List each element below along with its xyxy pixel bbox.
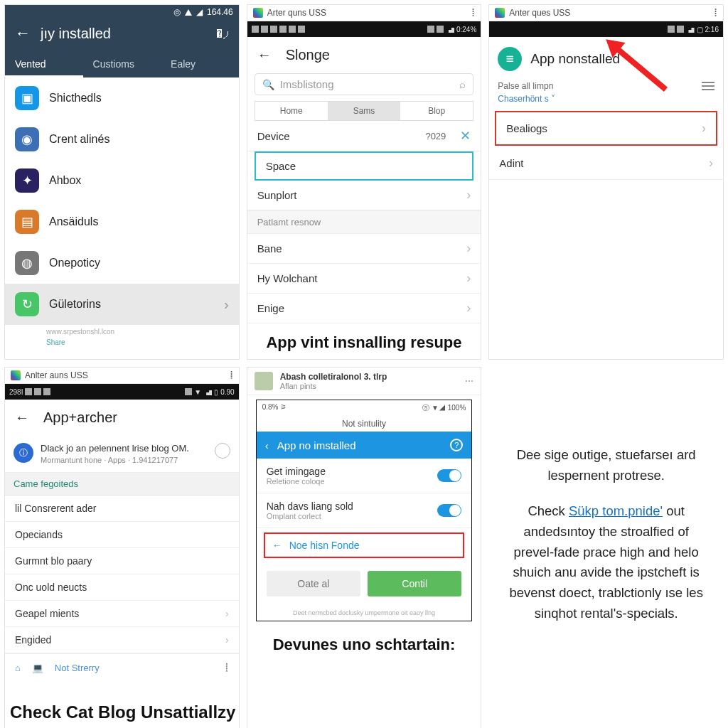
search-icon: 🔍 bbox=[262, 79, 274, 90]
list-item[interactable]: ↻Gületorins› bbox=[5, 284, 239, 325]
subtitle: Palse all Iimpn bbox=[498, 81, 553, 91]
highlighted-back[interactable]: ← Noe hisn Fonde bbox=[264, 532, 465, 558]
footer-url: www.srpestonshl.lcon bbox=[5, 325, 239, 338]
message-card[interactable]: ⓘ Dlack jo an pelennent lrise blog OM. M… bbox=[5, 436, 239, 473]
list-item[interactable]: Engided› bbox=[5, 627, 239, 653]
flag-icon bbox=[495, 8, 505, 18]
confirm-button[interactable]: Contil bbox=[368, 571, 461, 596]
page-title: jıy installed bbox=[41, 26, 206, 42]
link[interactable]: Sükp tom.pnide' bbox=[569, 503, 663, 518]
help-icon[interactable]: ? bbox=[450, 439, 463, 451]
chevron-right-icon: › bbox=[709, 156, 713, 171]
panel-installed-apps: ◎◢ 164.46 ← jıy installed �⵰ Vented Cust… bbox=[4, 4, 240, 360]
flag-icon bbox=[11, 370, 21, 380]
avatar-icon: ⓘ bbox=[14, 443, 33, 463]
cancel-button[interactable]: Oate al bbox=[267, 571, 360, 596]
tabs: Vented Custioms Ealey bbox=[5, 53, 239, 77]
panel-text: Dee sige outige, stuefarseı ard lesperne… bbox=[488, 367, 724, 728]
section-header: Came fegoiteds bbox=[5, 473, 239, 496]
back-icon[interactable]: ← bbox=[15, 410, 29, 426]
list-item[interactable]: Bane› bbox=[247, 234, 481, 264]
list-item[interactable]: Device?029✕ bbox=[247, 121, 481, 151]
toggle-switch[interactable] bbox=[437, 504, 461, 517]
ring-icon bbox=[215, 443, 230, 459]
toggle-switch[interactable] bbox=[437, 469, 461, 482]
tab-blop[interactable]: Blop bbox=[400, 102, 473, 120]
app-icon: ◉ bbox=[15, 127, 39, 151]
list-item[interactable]: ◉Crent alinés bbox=[5, 119, 239, 160]
section-header: Patlamt resnow bbox=[247, 210, 481, 234]
list-item[interactable]: Onc uold neucts bbox=[5, 574, 239, 601]
voice-search-icon[interactable]: ⌕ bbox=[459, 78, 466, 90]
list-item[interactable]: ▤Ansäiduls bbox=[5, 201, 239, 242]
chevron-right-icon: › bbox=[225, 608, 229, 619]
app-icon: ↻ bbox=[15, 292, 39, 316]
footer-share[interactable]: Share bbox=[5, 338, 239, 349]
header-bar: ‹ App no imstalled ? bbox=[257, 432, 472, 459]
overflow-icon[interactable]: ⋯ bbox=[465, 376, 473, 386]
tab-home[interactable]: Home bbox=[255, 102, 328, 120]
panel-caption: Devunes uno schtartain: bbox=[247, 626, 481, 658]
phone-frame: 0.8% ⚞ ⓢ ▼◢ 100% Not sintulity ‹ App no … bbox=[256, 400, 473, 621]
list-item[interactable]: Enige› bbox=[247, 294, 481, 323]
list-item[interactable]: Gurmnt blo paary bbox=[5, 548, 239, 574]
status-bar: 298I ▼▯ 0.90 bbox=[5, 384, 239, 400]
app-icon: ◍ bbox=[15, 251, 39, 275]
status-bar: ▢2:16 bbox=[489, 21, 723, 37]
mini-title: Not sintulity bbox=[257, 416, 472, 432]
list-item[interactable]: Geapel mients› bbox=[5, 601, 239, 627]
window-title: Arter quns USS ⁞ bbox=[247, 5, 481, 21]
list-item[interactable]: ◍Onepoticy bbox=[5, 242, 239, 284]
list-item[interactable]: Space bbox=[255, 151, 474, 181]
status-bar: 0.8% ⚞ ⓢ ▼◢ 100% bbox=[257, 400, 472, 416]
tab-ealey[interactable]: Ealey bbox=[161, 53, 239, 77]
overflow-icon[interactable]: ⁞ bbox=[471, 9, 475, 16]
list-item[interactable]: Opeciands bbox=[5, 522, 239, 548]
app-icon: ▣ bbox=[15, 86, 39, 110]
list-item[interactable]: Hy Wolchant› bbox=[247, 264, 481, 294]
list-item[interactable]: Bealiogs› bbox=[495, 111, 717, 146]
footer-text: Deet nermcbed doclusky umpermone oit eao… bbox=[257, 605, 472, 621]
chevron-right-icon: › bbox=[702, 121, 706, 136]
status-time: 164.46 bbox=[207, 7, 233, 17]
home-icon[interactable]: ⌂ bbox=[15, 663, 21, 673]
chevron-right-icon: › bbox=[466, 271, 471, 286]
tab-sams[interactable]: Sams bbox=[328, 102, 400, 120]
list-item[interactable]: Adint› bbox=[489, 147, 723, 180]
chevron-right-icon: › bbox=[225, 634, 229, 646]
hamburger-icon[interactable] bbox=[702, 82, 714, 90]
back-arrow-icon: ← bbox=[272, 540, 282, 551]
laptop-icon[interactable]: 💻 bbox=[32, 663, 43, 673]
window-title: Anter ques USS ⁞ bbox=[489, 5, 723, 21]
menu-icon[interactable]: �⵰ bbox=[216, 26, 229, 41]
panel-storage: Arter quns USS ⁞ 0:24% ← Slonge 🔍 Imsbli… bbox=[247, 4, 482, 360]
paragraph-2: Check Sükp tom.pnide' out andedsıntoy th… bbox=[505, 501, 707, 623]
back-icon[interactable]: ← bbox=[257, 47, 272, 63]
filter-dropdown[interactable]: Chaserhönt s ˅ bbox=[489, 94, 723, 109]
foot-label[interactable]: Not Strerry bbox=[55, 663, 100, 673]
back-icon[interactable]: ← bbox=[15, 24, 31, 43]
chevron-right-icon: › bbox=[466, 301, 471, 316]
panel-app-no-installed: Abash colletiralonol 3. tlrp Aflan pints… bbox=[247, 367, 482, 728]
list-item[interactable]: ▣Shicthedls bbox=[5, 77, 239, 119]
toggle-item[interactable]: Get imingageReletione coloqe bbox=[257, 459, 472, 493]
toggle-item[interactable]: Nah davs liang soldOmplant corlect bbox=[257, 493, 472, 528]
tab-vented[interactable]: Vented bbox=[5, 53, 83, 77]
post-header: Abash colletiralonol 3. tlrp Aflan pints… bbox=[247, 368, 481, 395]
overflow-icon[interactable]: ⁞ bbox=[714, 9, 717, 16]
tab-customs[interactable]: Custioms bbox=[83, 53, 161, 77]
app-icon: ≡ bbox=[498, 47, 522, 71]
close-icon[interactable]: ✕ bbox=[460, 128, 471, 144]
signal-icon bbox=[185, 9, 192, 16]
list-item[interactable]: Sunplort› bbox=[247, 181, 481, 210]
list-item[interactable]: lil Consrerent ader bbox=[5, 496, 239, 522]
list-item[interactable]: ✦Ahbox bbox=[5, 160, 239, 201]
page-title: Slonge bbox=[286, 47, 330, 63]
overflow-icon[interactable]: ⁞ bbox=[225, 660, 229, 675]
overflow-icon[interactable]: ⁞ bbox=[230, 372, 233, 379]
panel-caption: Check-i compatibilty bbox=[489, 350, 723, 360]
search-input[interactable]: 🔍 Imsblistong ⌕ bbox=[255, 73, 474, 95]
panel-compatibility: Anter ques USS ⁞ ▢2:16 ≡ App nonstalled … bbox=[488, 4, 724, 360]
back-icon[interactable]: ‹ bbox=[265, 439, 269, 451]
status-bar: 0:24% bbox=[247, 21, 481, 37]
